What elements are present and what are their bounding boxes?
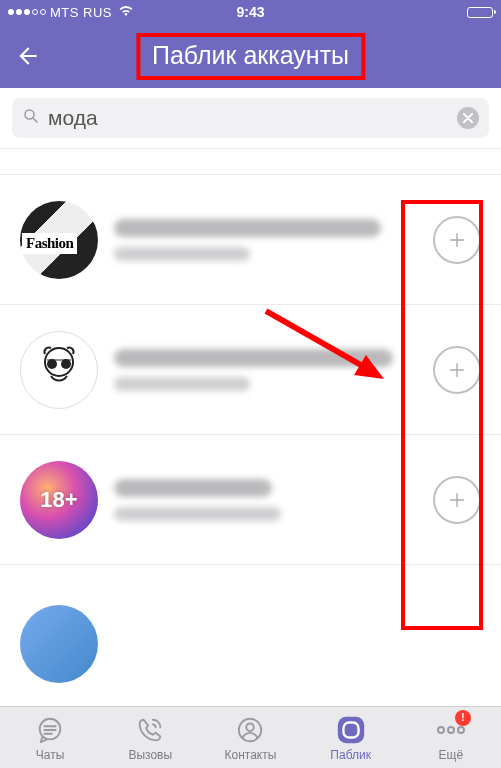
more-icon: ! bbox=[435, 714, 467, 746]
tab-label: Вызовы bbox=[128, 748, 172, 762]
avatar: Fashion bbox=[20, 201, 98, 279]
avatar bbox=[20, 605, 98, 683]
back-button[interactable] bbox=[8, 36, 48, 76]
tab-public[interactable]: Паблик bbox=[306, 714, 396, 762]
avatar: 18+ bbox=[20, 461, 98, 539]
svg-point-12 bbox=[247, 723, 255, 731]
carrier-label: MTS RUS bbox=[50, 5, 112, 20]
wifi-icon bbox=[118, 5, 134, 20]
add-button[interactable] bbox=[433, 216, 481, 264]
svg-line-1 bbox=[33, 118, 37, 122]
add-button[interactable] bbox=[433, 476, 481, 524]
item-subtitle: Местный бизнес bbox=[114, 507, 281, 521]
tab-more[interactable]: ! Ещё bbox=[406, 714, 496, 762]
svg-point-3 bbox=[47, 359, 57, 369]
item-title: Стиль и мода bbox=[114, 479, 272, 497]
search-bar bbox=[0, 88, 501, 149]
contact-icon bbox=[234, 714, 266, 746]
item-title: Нетипичная | совет... bbox=[114, 349, 393, 367]
header: Паблик аккаунты bbox=[0, 24, 501, 88]
tab-label: Контакты bbox=[225, 748, 277, 762]
list-item[interactable]: 18+ Стиль и мода Местный бизнес bbox=[0, 435, 501, 565]
avatar bbox=[20, 331, 98, 409]
tab-label: Чаты bbox=[36, 748, 65, 762]
item-title: Fashion — мода и ст... bbox=[114, 219, 381, 237]
svg-point-15 bbox=[438, 727, 444, 733]
list-item[interactable]: Fashion Fashion — мода и ст... Организац… bbox=[0, 175, 501, 305]
svg-point-0 bbox=[25, 110, 34, 119]
chat-icon bbox=[34, 714, 66, 746]
svg-point-4 bbox=[61, 359, 71, 369]
annotation-title-highlight: Паблик аккаунты bbox=[136, 33, 365, 80]
clock-time: 9:43 bbox=[236, 4, 264, 20]
battery-icon bbox=[467, 7, 493, 18]
notification-badge: ! bbox=[455, 710, 471, 726]
tab-calls[interactable]: Вызовы bbox=[105, 714, 195, 762]
item-subtitle: Развлечения bbox=[114, 377, 250, 391]
avatar-text: 18+ bbox=[40, 487, 77, 513]
phone-icon bbox=[134, 714, 166, 746]
search-icon bbox=[22, 107, 40, 129]
svg-point-17 bbox=[458, 727, 464, 733]
svg-rect-13 bbox=[337, 716, 363, 742]
tab-label: Паблик bbox=[330, 748, 371, 762]
status-bar: MTS RUS 9:43 bbox=[0, 0, 501, 24]
svg-point-16 bbox=[448, 727, 454, 733]
tab-contacts[interactable]: Контакты bbox=[205, 714, 295, 762]
avatar-text: Fashion bbox=[22, 233, 77, 254]
tab-label: Ещё bbox=[439, 748, 464, 762]
public-icon bbox=[335, 714, 367, 746]
tab-bar: Чаты Вызовы Контакты Паблик ! Ещё bbox=[0, 706, 501, 768]
list-item[interactable] bbox=[0, 565, 501, 643]
tab-chats[interactable]: Чаты bbox=[5, 714, 95, 762]
search-input[interactable] bbox=[48, 106, 449, 130]
list-item[interactable]: Нетипичная | совет... Развлечения bbox=[0, 305, 501, 435]
item-subtitle: Организация bbox=[114, 247, 250, 261]
page-title: Паблик аккаунты bbox=[152, 41, 349, 70]
signal-dots-icon bbox=[8, 9, 46, 15]
add-button[interactable] bbox=[433, 346, 481, 394]
results-list[interactable]: Fashion Fashion — мода и ст... Организац… bbox=[0, 149, 501, 703]
clear-search-button[interactable] bbox=[457, 107, 479, 129]
